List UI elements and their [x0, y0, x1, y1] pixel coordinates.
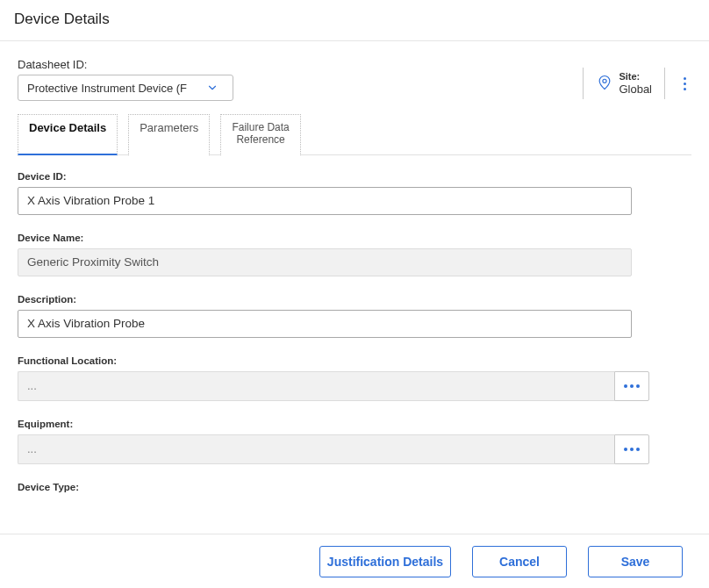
datasheet-label: Datasheet ID:	[18, 58, 583, 71]
page-title: Device Details	[14, 11, 695, 28]
field-label: Device Name:	[18, 233, 691, 243]
tab-failure-data-reference[interactable]: Failure DataReference	[220, 114, 300, 155]
datasheet-selected-value: Protective Instrument Device (F	[27, 82, 187, 95]
footer: Justification Details Cancel Save	[0, 534, 709, 588]
functional-location-value: ...	[18, 371, 614, 401]
field-device-name: Device Name:	[18, 233, 691, 276]
tab-parameters[interactable]: Parameters	[128, 114, 210, 155]
site-block: Site: Global	[596, 71, 652, 97]
separator	[583, 68, 584, 99]
save-button[interactable]: Save	[588, 546, 683, 577]
form: Device ID: Device Name: Description: Fun…	[18, 155, 691, 492]
separator	[664, 68, 665, 99]
kebab-menu-icon[interactable]	[677, 77, 691, 90]
equipment-value: ...	[18, 434, 614, 464]
page-header: Device Details	[0, 0, 709, 41]
cancel-button[interactable]: Cancel	[472, 546, 567, 577]
equipment-browse-button[interactable]	[614, 434, 649, 464]
field-label-device-type: Device Type:	[18, 482, 691, 492]
field-label: Equipment:	[18, 419, 691, 429]
tabs: Device Details Parameters Failure DataRe…	[18, 113, 691, 155]
svg-point-0	[603, 79, 606, 82]
field-label: Functional Location:	[18, 355, 691, 366]
field-equipment: Equipment: ...	[18, 419, 691, 464]
field-functional-location: Functional Location: ...	[18, 355, 691, 401]
device-id-input[interactable]	[18, 187, 632, 215]
field-label: Device ID:	[18, 171, 691, 182]
device-name-input	[18, 248, 632, 276]
description-input[interactable]	[18, 310, 632, 338]
datasheet-row: Datasheet ID: Protective Instrument Devi…	[18, 58, 691, 101]
functional-location-browse-button[interactable]	[614, 371, 649, 401]
field-device-id: Device ID:	[18, 171, 691, 215]
location-pin-icon	[596, 74, 613, 94]
field-label: Description:	[18, 294, 691, 305]
site-value: Global	[619, 82, 652, 97]
content-scroll[interactable]: Datasheet ID: Protective Instrument Devi…	[0, 44, 709, 534]
site-label: Site:	[619, 71, 652, 82]
tab-device-details[interactable]: Device Details	[18, 114, 118, 155]
datasheet-select[interactable]: Protective Instrument Device (F	[18, 75, 233, 101]
justification-details-button[interactable]: Justification Details	[319, 546, 451, 577]
field-description: Description:	[18, 294, 691, 338]
